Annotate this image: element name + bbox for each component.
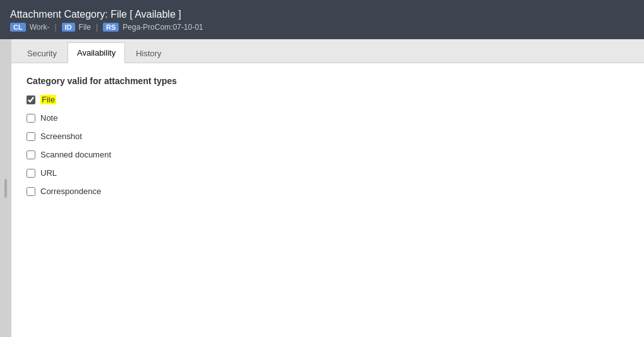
page-title: Attachment Category: File [ Available ] bbox=[10, 9, 634, 20]
cl-badge: CL bbox=[10, 23, 26, 32]
tab-availability[interactable]: Availability bbox=[68, 42, 125, 63]
list-item: URL bbox=[27, 168, 629, 178]
url-checkbox[interactable] bbox=[27, 169, 35, 178]
correspondence-label[interactable]: Correspondence bbox=[40, 187, 101, 196]
tabs-bar: Security Availability History bbox=[11, 39, 644, 63]
list-item: Correspondence bbox=[27, 187, 629, 196]
cl-value: Work- bbox=[30, 23, 50, 32]
file-label-text: File bbox=[40, 95, 56, 104]
file-label[interactable]: File bbox=[40, 95, 56, 104]
url-label[interactable]: URL bbox=[40, 168, 57, 178]
rs-value: Pega-ProCom:07-10-01 bbox=[122, 23, 203, 32]
screenshot-checkbox[interactable] bbox=[27, 132, 35, 141]
list-item: Scanned document bbox=[27, 150, 629, 159]
tab-history[interactable]: History bbox=[126, 43, 170, 63]
list-item: Screenshot bbox=[27, 132, 629, 141]
tab-security[interactable]: Security bbox=[18, 43, 66, 63]
content-area: Security Availability History Category v… bbox=[11, 39, 644, 337]
correspondence-checkbox[interactable] bbox=[27, 187, 35, 196]
left-sidebar-bar bbox=[0, 39, 11, 337]
scanned-document-label[interactable]: Scanned document bbox=[40, 150, 111, 159]
scanned-document-checkbox[interactable] bbox=[27, 150, 35, 159]
availability-panel: Category valid for attachment types File… bbox=[11, 63, 644, 337]
sidebar-handle bbox=[4, 179, 7, 198]
list-item: File bbox=[27, 95, 629, 104]
section-title: Category valid for attachment types bbox=[27, 76, 629, 86]
id-value: File bbox=[79, 23, 91, 32]
file-checkbox[interactable] bbox=[27, 95, 35, 104]
header: Attachment Category: File [ Available ] … bbox=[0, 0, 644, 39]
header-meta: CL Work- | ID File | RS Pega-ProCom:07-1… bbox=[10, 23, 634, 32]
id-badge: ID bbox=[62, 23, 75, 32]
note-label[interactable]: Note bbox=[40, 113, 57, 123]
screenshot-label[interactable]: Screenshot bbox=[40, 132, 82, 141]
note-checkbox[interactable] bbox=[27, 114, 35, 123]
list-item: Note bbox=[27, 113, 629, 123]
rs-badge: RS bbox=[103, 23, 119, 32]
